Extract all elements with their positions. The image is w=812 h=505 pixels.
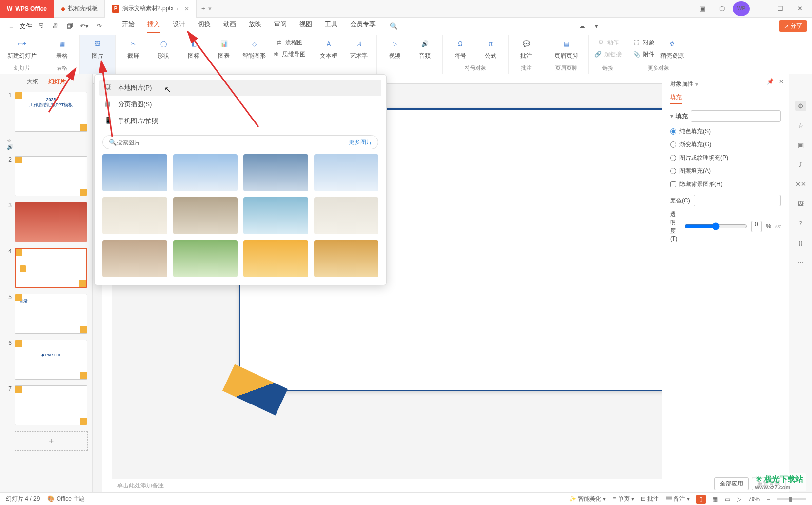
add-slide-button[interactable]: +	[15, 431, 88, 451]
stock-image[interactable]	[173, 240, 238, 277]
stock-image[interactable]	[243, 154, 308, 191]
stock-image[interactable]	[173, 197, 238, 234]
table-button[interactable]: ▦表格	[49, 37, 75, 60]
tab-close-icon[interactable]: ✕	[184, 5, 189, 12]
menu-design[interactable]: 设计	[173, 20, 185, 33]
stock-image[interactable]	[102, 154, 167, 191]
comments-toggle[interactable]: ⊟ 批注	[641, 495, 659, 503]
popup-local-image[interactable]: 🖼本地图片(P)	[99, 80, 381, 96]
hamburger-icon[interactable]: ≡	[5, 20, 18, 33]
fill-preset-select[interactable]	[691, 110, 781, 122]
menu-transition[interactable]: 切换	[198, 20, 211, 33]
panel-icon[interactable]: ▣	[694, 1, 711, 16]
rail-settings-icon[interactable]: ⚙	[795, 101, 806, 111]
flowchart-button[interactable]: ⇄流程图	[272, 37, 306, 48]
thumb-1[interactable]: 2023工作总结汇报PPT模板	[15, 92, 87, 132]
stock-image[interactable]	[243, 197, 308, 234]
rail-tools-icon[interactable]: ✕✕	[795, 179, 806, 189]
stock-image[interactable]	[314, 197, 379, 234]
rail-help-icon[interactable]: ?	[795, 218, 806, 228]
close-window-icon[interactable]: ✕	[792, 1, 808, 16]
theme-indicator[interactable]: 🎨 Office 主题	[47, 495, 85, 503]
more-images-link[interactable]: 更多图片	[349, 138, 372, 146]
user-avatar[interactable]: WP	[733, 1, 750, 16]
check-hidebg[interactable]: 隐藏背景图形(H)	[670, 178, 781, 191]
rail-image-icon[interactable]: 🖼	[795, 198, 806, 209]
thumb-2[interactable]	[15, 156, 87, 196]
zoom-out-icon[interactable]: −	[767, 496, 770, 503]
view-slideshow-icon[interactable]: ▷	[737, 496, 741, 503]
redo-icon[interactable]: ↷	[93, 20, 105, 33]
thumb-6[interactable]: ◆ PART 01	[15, 340, 87, 380]
screenshot-button[interactable]: ✂截屏	[120, 37, 146, 60]
search-icon[interactable]: 🔍	[387, 20, 400, 33]
singlepage-button[interactable]: ≡ 单页 ▾	[613, 495, 634, 503]
print-icon[interactable]: 🖶	[49, 20, 61, 33]
radio-solid[interactable]: 纯色填充(S)	[670, 125, 781, 138]
formula-button[interactable]: π公式	[478, 37, 503, 60]
collapse-ribbon-icon[interactable]: ▾	[591, 20, 603, 33]
stock-image[interactable]	[102, 240, 167, 277]
wordart-button[interactable]: 𝓐艺术字	[346, 37, 372, 60]
thumb-7[interactable]	[15, 385, 87, 425]
thumbnail-list[interactable]: 12023工作总结汇报PPT模板 ☆🔊 2 3 4 5目录 6◆ PART 01…	[0, 89, 92, 454]
panel-tab-fill[interactable]: 填充	[670, 93, 682, 104]
tab-outline[interactable]: 大纲	[27, 78, 39, 86]
chart-button[interactable]: 📊图表	[211, 37, 237, 60]
stock-image[interactable]	[173, 154, 238, 191]
beautify-button[interactable]: ✨ 智能美化 ▾	[569, 495, 606, 503]
menu-insert[interactable]: 插入	[147, 20, 160, 33]
video-button[interactable]: ▷视频	[382, 37, 407, 60]
template-tab[interactable]: ◆找稻壳模板	[54, 0, 105, 18]
thumb-3[interactable]	[15, 202, 87, 242]
textbox-button[interactable]: A̲文本框	[316, 37, 341, 60]
cube-icon[interactable]: ⬡	[713, 1, 730, 16]
comment-button[interactable]: 💬批注	[514, 37, 539, 60]
tab-menu-icon[interactable]: ▫	[177, 5, 178, 12]
feedback-icon[interactable]: ☁	[576, 20, 589, 33]
zoom-level[interactable]: 79%	[748, 496, 760, 503]
headerfooter-button[interactable]: ▤页眉页脚	[549, 37, 583, 60]
view-normal-icon[interactable]: ▯	[696, 495, 706, 504]
active-document-tab[interactable]: P 演示文稿素材2.pptx ▫ ✕	[105, 0, 197, 18]
audio-button[interactable]: 🔊音频	[412, 37, 437, 60]
rail-animation-icon[interactable]: ⤴	[795, 159, 806, 170]
icons-button[interactable]: ◧图标	[181, 37, 206, 60]
mindmap-button[interactable]: ✱思维导图	[272, 49, 306, 60]
symbol-button[interactable]: Ω符号	[448, 37, 473, 60]
rail-more-icon[interactable]: ⋯	[795, 257, 806, 267]
view-reading-icon[interactable]: ▭	[725, 496, 730, 503]
shapes-button[interactable]: ◯形状	[151, 37, 176, 60]
section-fill[interactable]: 填充	[676, 112, 688, 121]
print-preview-icon[interactable]: 🗐	[63, 20, 76, 33]
share-button[interactable]: ↗分享	[779, 20, 807, 32]
thumb-5[interactable]: 目录	[15, 294, 87, 334]
notes-area[interactable]: 单击此处添加备注	[112, 479, 662, 492]
apply-all-button[interactable]: 全部应用	[714, 477, 749, 490]
new-slide-button[interactable]: ▭+新建幻灯片	[5, 37, 39, 60]
opacity-slider[interactable]	[684, 222, 747, 230]
radio-pattern[interactable]: 图案填充(A)	[670, 164, 781, 178]
popup-paged-image[interactable]: ▦分页插图(S)	[99, 96, 381, 113]
menu-animation[interactable]: 动画	[223, 20, 236, 33]
smartart-button[interactable]: ◇智能图形	[241, 37, 267, 60]
menu-member[interactable]: 会员专享	[350, 20, 376, 33]
rail-star-icon[interactable]: ☆	[795, 120, 806, 131]
opacity-value[interactable]: 0	[751, 221, 762, 232]
menu-review[interactable]: 审阅	[274, 20, 287, 33]
rail-collapse-icon[interactable]: —	[795, 81, 806, 92]
attachment-button[interactable]: 📎附件	[632, 49, 654, 60]
view-sorter-icon[interactable]: ▦	[713, 496, 718, 503]
stock-image[interactable]	[102, 197, 167, 234]
resources-button[interactable]: ✿稻壳资源	[659, 37, 685, 60]
color-select[interactable]	[694, 195, 781, 206]
stock-image[interactable]	[314, 240, 379, 277]
image-search-input[interactable]	[117, 139, 345, 146]
object-button[interactable]: ⬚对象	[632, 37, 654, 48]
zoom-slider[interactable]	[777, 498, 806, 500]
picture-button[interactable]: 🖼图片	[85, 37, 110, 60]
rail-brace-icon[interactable]: {}	[795, 237, 806, 248]
popup-phone-image[interactable]: 📱手机图片/拍照	[99, 113, 381, 129]
maximize-icon[interactable]: ☐	[772, 1, 789, 16]
radio-gradient[interactable]: 渐变填充(G)	[670, 138, 781, 151]
